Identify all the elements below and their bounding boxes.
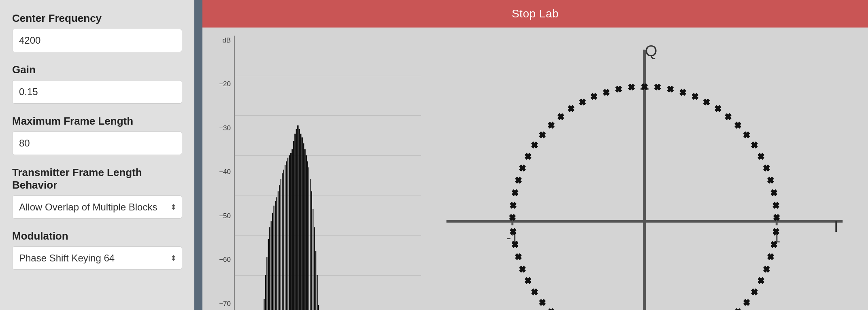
svg-text:×: ×	[759, 152, 763, 161]
svg-rect-40	[317, 275, 317, 310]
svg-rect-7	[271, 221, 272, 310]
center-frequency-input[interactable]	[12, 29, 182, 52]
y-label-60: −60	[219, 256, 231, 264]
svg-text:×: ×	[516, 176, 521, 185]
svg-text:×: ×	[716, 104, 720, 113]
svg-rect-8	[272, 213, 273, 310]
svg-rect-20	[289, 155, 290, 310]
svg-text:×: ×	[540, 130, 545, 139]
svg-rect-2	[264, 299, 264, 310]
svg-rect-11	[276, 197, 277, 310]
svg-text:×: ×	[759, 276, 763, 285]
svg-rect-23	[293, 141, 294, 310]
svg-rect-5	[268, 239, 269, 310]
db-axis-label: dB	[222, 36, 231, 45]
svg-text:×: ×	[558, 112, 563, 121]
svg-rect-41	[318, 305, 319, 310]
svg-rect-19	[287, 158, 288, 310]
svg-rect-34	[308, 167, 309, 310]
gain-group: Gain	[12, 64, 182, 104]
modulation-label: Modulation	[12, 230, 182, 242]
svg-text:×: ×	[532, 140, 537, 149]
svg-rect-16	[283, 170, 284, 310]
svg-rect-38	[314, 227, 315, 310]
svg-rect-4	[266, 257, 267, 310]
svg-text:×: ×	[511, 201, 515, 210]
svg-text:×: ×	[549, 121, 553, 130]
svg-rect-30	[303, 143, 304, 310]
svg-rect-31	[304, 149, 305, 310]
svg-rect-17	[285, 165, 285, 310]
svg-text:×: ×	[513, 188, 517, 197]
svg-rect-26	[297, 125, 298, 310]
svg-rect-35	[310, 179, 311, 310]
right-panel: Stop Lab dB −20 −30 −40 −50 −60 −70 −80 …	[202, 0, 868, 310]
svg-text:×: ×	[764, 163, 769, 172]
svg-text:×: ×	[642, 82, 647, 91]
y-label-20: −20	[219, 80, 231, 88]
gain-input[interactable]	[12, 80, 182, 104]
svg-text:×: ×	[591, 92, 596, 101]
stop-lab-label: Stop Lab	[512, 7, 559, 20]
constellation-svg: I Q -1 1 1 × × × × × × ×	[433, 36, 856, 310]
stop-lab-header[interactable]: Stop Lab	[202, 0, 868, 28]
svg-text:×: ×	[520, 265, 525, 274]
center-frequency-label: Center Frequency	[12, 12, 182, 25]
svg-rect-22	[291, 149, 293, 310]
svg-rect-3	[265, 275, 266, 310]
svg-text:×: ×	[511, 227, 515, 236]
svg-text:×: ×	[744, 298, 749, 307]
tx-frame-behavior-label: Transmitter Frame Length Behavior	[12, 166, 182, 191]
svg-text:×: ×	[668, 85, 672, 93]
svg-text:×: ×	[681, 88, 685, 97]
y-label-30: −30	[219, 124, 231, 132]
svg-rect-37	[313, 209, 313, 310]
svg-text:×: ×	[736, 307, 740, 310]
svg-text:×: ×	[513, 240, 517, 249]
tx-frame-behavior-select-wrapper: Allow Overlap of Multiple Blocks Truncat…	[12, 195, 182, 219]
svg-rect-33	[307, 161, 308, 310]
svg-rect-25	[296, 129, 297, 310]
svg-text:×: ×	[726, 112, 730, 121]
svg-rect-9	[273, 206, 274, 310]
constellation-chart: I Q -1 1 1 × × × × × × ×	[433, 36, 856, 310]
svg-text:×: ×	[629, 83, 634, 91]
svg-text:×: ×	[569, 104, 573, 113]
svg-text:×: ×	[655, 83, 660, 91]
svg-text:×: ×	[772, 188, 776, 197]
left-panel: Center Frequency Gain Maximum Frame Leng…	[0, 0, 194, 310]
panel-divider	[194, 0, 202, 310]
i-axis-label: I	[834, 218, 838, 235]
max-frame-length-label: Maximum Frame Length	[12, 115, 182, 127]
svg-rect-14	[281, 179, 281, 310]
svg-rect-32	[306, 155, 307, 310]
svg-text:×: ×	[540, 298, 545, 307]
max-frame-length-input[interactable]	[12, 132, 182, 155]
svg-text:×: ×	[549, 307, 553, 310]
tx-frame-behavior-select[interactable]: Allow Overlap of Multiple Blocks Truncat…	[12, 195, 182, 219]
svg-text:×: ×	[693, 92, 697, 101]
svg-text:×: ×	[526, 276, 530, 285]
center-frequency-group: Center Frequency	[12, 12, 182, 52]
svg-text:×: ×	[736, 121, 740, 130]
svg-text:×: ×	[520, 163, 525, 172]
svg-rect-21	[290, 153, 291, 310]
chart-area: dB −20 −30 −40 −50 −60 −70 −80 −90	[202, 28, 868, 310]
max-frame-length-group: Maximum Frame Length	[12, 115, 182, 155]
svg-text:×: ×	[616, 85, 621, 93]
svg-rect-10	[275, 201, 276, 310]
gain-label: Gain	[12, 64, 182, 76]
svg-text:×: ×	[532, 287, 537, 296]
svg-rect-39	[315, 251, 316, 310]
y-label-70: −70	[219, 300, 231, 308]
svg-text:×: ×	[604, 88, 608, 97]
svg-text:×: ×	[774, 227, 778, 236]
svg-rect-28	[300, 134, 301, 310]
svg-text:×: ×	[580, 98, 585, 106]
svg-text:×: ×	[752, 140, 757, 149]
svg-rect-24	[294, 134, 296, 310]
svg-rect-27	[299, 129, 300, 310]
y-label-40: −40	[219, 168, 231, 176]
svg-text:×: ×	[772, 240, 776, 249]
modulation-select[interactable]: Phase Shift Keying 64 Phase Shift Keying…	[12, 246, 182, 270]
